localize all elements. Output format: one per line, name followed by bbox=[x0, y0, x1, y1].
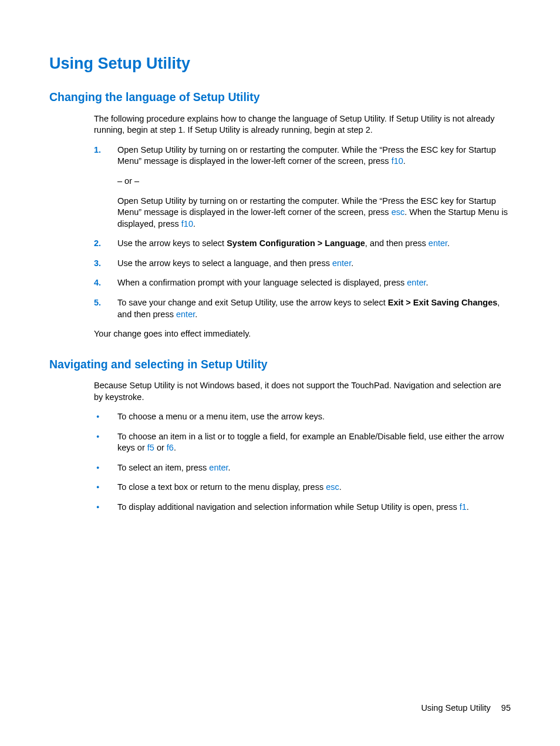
step-text: To save your change and exit Setup Utili… bbox=[117, 298, 388, 307]
step-number: 3. bbox=[94, 258, 101, 270]
step-text: When a confirmation prompt with your lan… bbox=[117, 278, 407, 287]
document-page: Using Setup Utility Changing the languag… bbox=[0, 0, 560, 746]
section-heading-navigating: Navigating and selecting in Setup Utilit… bbox=[49, 357, 511, 372]
key-enter: enter bbox=[332, 258, 351, 268]
menu-path: System Configuration > Language bbox=[227, 238, 365, 248]
step-text: . bbox=[403, 156, 406, 166]
step-text: . bbox=[193, 219, 195, 228]
page-number: 95 bbox=[501, 703, 511, 713]
page-title: Using Setup Utility bbox=[49, 53, 511, 74]
bullet-item: To choose a menu or a menu item, use the… bbox=[94, 411, 511, 423]
step-text: , and then press bbox=[365, 238, 429, 248]
bullet-text: or bbox=[154, 443, 167, 452]
bullet-list: To choose a menu or a menu item, use the… bbox=[94, 411, 511, 513]
step-5: 5. To save your change and exit Setup Ut… bbox=[94, 297, 511, 320]
bullet-text: To display additional navigation and sel… bbox=[117, 502, 460, 512]
bullet-text: To select an item, press bbox=[117, 463, 209, 472]
key-esc: esc bbox=[392, 207, 405, 217]
key-f6: f6 bbox=[167, 443, 174, 452]
step-number: 4. bbox=[94, 277, 101, 289]
key-enter: enter bbox=[407, 278, 426, 287]
menu-path: Exit > Exit Saving Changes bbox=[388, 298, 498, 307]
bullet-item: To select an item, press enter. bbox=[94, 462, 511, 474]
key-f10: f10 bbox=[392, 156, 403, 166]
step-4: 4. When a confirmation prompt with your … bbox=[94, 277, 511, 289]
section-body-navigating: Because Setup Utility is not Windows bas… bbox=[94, 380, 511, 513]
key-enter: enter bbox=[176, 310, 195, 319]
bullet-item: To display additional navigation and sel… bbox=[94, 502, 511, 513]
step-1: 1. Open Setup Utility by turning on or r… bbox=[94, 145, 511, 230]
bullet-text: . bbox=[467, 502, 469, 512]
step-text: . bbox=[426, 278, 429, 287]
key-f1: f1 bbox=[460, 502, 467, 512]
step-text: . bbox=[447, 238, 450, 248]
step-3: 3. Use the arrow keys to select a langua… bbox=[94, 258, 511, 270]
step-text: Use the arrow keys to select a language,… bbox=[117, 258, 332, 268]
bullet-item: To choose an item in a list or to toggle… bbox=[94, 431, 511, 454]
key-enter: enter bbox=[209, 463, 228, 472]
step-number: 5. bbox=[94, 297, 101, 309]
key-f5: f5 bbox=[147, 443, 154, 452]
step-or: – or – bbox=[117, 176, 511, 187]
intro-paragraph: Because Setup Utility is not Windows bas… bbox=[94, 380, 511, 403]
section-heading-changing-language: Changing the language of Setup Utility bbox=[49, 89, 511, 105]
bullet-text: . bbox=[174, 443, 176, 452]
bullet-item: To close a text box or return to the men… bbox=[94, 482, 511, 493]
bullet-text: . bbox=[228, 463, 231, 472]
step-2: 2. Use the arrow keys to select System C… bbox=[94, 238, 511, 250]
outro-paragraph: Your change goes into effect immediately… bbox=[94, 328, 511, 340]
key-f10: f10 bbox=[181, 219, 193, 228]
step-alt: Open Setup Utility by turning on or rest… bbox=[117, 196, 511, 230]
page-footer: Using Setup Utility95 bbox=[421, 703, 511, 714]
numbered-steps: 1. Open Setup Utility by turning on or r… bbox=[94, 145, 511, 320]
footer-label: Using Setup Utility bbox=[421, 703, 490, 713]
section-body-changing-language: The following procedure explains how to … bbox=[94, 113, 511, 340]
key-enter: enter bbox=[429, 238, 447, 248]
step-number: 1. bbox=[94, 145, 101, 156]
step-text: . bbox=[351, 258, 353, 268]
key-esc: esc bbox=[326, 482, 339, 492]
bullet-text: . bbox=[339, 482, 342, 492]
step-text: Use the arrow keys to select bbox=[117, 238, 227, 248]
step-text: Open Setup Utility by turning on or rest… bbox=[117, 145, 496, 166]
intro-paragraph: The following procedure explains how to … bbox=[94, 113, 511, 136]
bullet-text: To close a text box or return to the men… bbox=[117, 482, 326, 492]
step-number: 2. bbox=[94, 238, 101, 250]
step-text: . bbox=[195, 310, 197, 319]
